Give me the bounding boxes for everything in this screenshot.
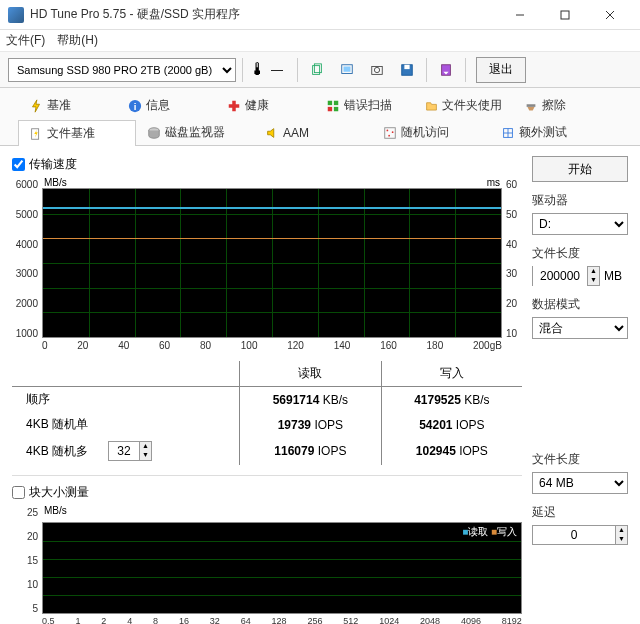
mode-select[interactable]: 混合: [532, 317, 628, 339]
speaker-icon: [265, 126, 279, 140]
tab-extra-tests[interactable]: 额外测试: [490, 119, 608, 145]
extra-icon: [501, 126, 515, 140]
tab-error-scan[interactable]: 错误扫描: [315, 92, 414, 118]
filelen2-label: 文件长度: [532, 451, 628, 468]
titlebar: HD Tune Pro 5.75 - 硬盘/SSD 实用程序: [0, 0, 640, 30]
svg-text:i: i: [134, 100, 137, 111]
svg-point-9: [374, 67, 379, 72]
svg-rect-24: [385, 127, 396, 138]
write-header: 写入: [381, 361, 522, 387]
menubar: 文件(F) 帮助(H): [0, 30, 640, 52]
svg-rect-17: [328, 100, 332, 104]
svg-point-27: [388, 134, 390, 136]
tab-health[interactable]: 健康: [216, 92, 315, 118]
temp-value: —: [271, 63, 291, 77]
close-button[interactable]: [587, 1, 632, 29]
minimize-button[interactable]: [497, 1, 542, 29]
transfer-speed-checkbox[interactable]: [12, 158, 25, 171]
read-trace: [43, 207, 501, 209]
thermometer-icon: 🌡: [249, 59, 267, 80]
chart2-yaxis: 252015105: [12, 505, 42, 624]
tab-random-access[interactable]: 随机访问: [372, 119, 490, 145]
screenshot-button[interactable]: [334, 57, 360, 83]
svg-point-26: [392, 131, 394, 133]
chart1-yaxis-left: 600050004000300020001000: [12, 177, 42, 353]
svg-rect-20: [334, 106, 338, 110]
filebench-icon: [29, 127, 43, 141]
transfer-speed-label: 传输速度: [29, 156, 77, 173]
threads-spinner[interactable]: ▲▼: [108, 441, 152, 461]
read-header: 读取: [240, 361, 382, 387]
filelen2-select[interactable]: 64 MB: [532, 472, 628, 494]
device-select[interactable]: Samsung SSD 980 PRO 2TB (2000 gB): [8, 58, 236, 82]
menu-help[interactable]: 帮助(H): [57, 32, 98, 49]
blocksize-label: 块大小测量: [29, 484, 89, 501]
spin-down[interactable]: ▼: [139, 451, 151, 460]
filelen-spinner[interactable]: ▲▼: [532, 266, 600, 286]
bolt-icon: [29, 99, 43, 113]
maximize-button[interactable]: [542, 1, 587, 29]
row-4kb-single: 4KB 随机单: [12, 412, 240, 437]
tab-disk-monitor[interactable]: 磁盘监视器: [136, 119, 254, 145]
mode-label: 数据模式: [532, 296, 628, 313]
copy-button[interactable]: [304, 57, 330, 83]
random-icon: [383, 126, 397, 140]
filelen-label: 文件长度: [532, 245, 628, 262]
toolbar: Samsung SSD 980 PRO 2TB (2000 gB) 🌡 — 退出: [0, 52, 640, 88]
chart2-legend: ■读取 ■写入: [462, 525, 517, 539]
plus-icon: [227, 99, 241, 113]
erase-icon: [524, 99, 538, 113]
chart1-xaxis: 020406080100120140160180200gB: [42, 338, 502, 353]
tab-bar: 基准 i信息 健康 错误扫描 文件夹使用 擦除 文件基准 磁盘监视器 AAM 随…: [0, 88, 640, 146]
app-icon: [8, 7, 24, 23]
camera-button[interactable]: [364, 57, 390, 83]
svg-point-25: [387, 129, 389, 131]
blocksize-checkbox-row: 块大小测量: [12, 484, 522, 501]
drive-select[interactable]: D:: [532, 213, 628, 235]
delay-spinner[interactable]: ▲▼: [532, 525, 628, 545]
save-button[interactable]: [394, 57, 420, 83]
tab-info[interactable]: i信息: [117, 92, 216, 118]
info-icon: i: [128, 99, 142, 113]
spin-up[interactable]: ▲: [139, 442, 151, 451]
svg-rect-7: [344, 66, 351, 71]
write-trace: [43, 238, 501, 239]
delay-label: 延迟: [532, 504, 628, 521]
svg-rect-16: [229, 104, 240, 108]
chart2-xaxis: 0.512481632641282565121024204840968192: [42, 614, 522, 624]
scan-icon: [326, 99, 340, 113]
svg-rect-1: [561, 11, 569, 19]
blocksize-chart: ■读取 ■写入: [42, 522, 522, 614]
disk-icon: [147, 126, 161, 140]
folder-icon: [425, 99, 438, 113]
svg-rect-21: [527, 104, 536, 107]
transfer-speed-checkbox-row: 传输速度: [12, 156, 522, 173]
svg-rect-19: [328, 106, 332, 110]
tab-aam[interactable]: AAM: [254, 119, 372, 145]
svg-rect-18: [334, 100, 338, 104]
row-sequential: 顺序: [12, 387, 240, 413]
tab-erase[interactable]: 擦除: [513, 92, 612, 118]
chart1-yaxis-right: 605040302010: [502, 177, 522, 353]
tab-benchmark[interactable]: 基准: [18, 92, 117, 118]
drive-label: 驱动器: [532, 192, 628, 209]
svg-rect-11: [404, 64, 409, 68]
options-button[interactable]: [433, 57, 459, 83]
start-button[interactable]: 开始: [532, 156, 628, 182]
transfer-chart: [42, 188, 502, 338]
exit-button[interactable]: 退出: [476, 57, 526, 83]
menu-file[interactable]: 文件(F): [6, 32, 45, 49]
tab-folder-usage[interactable]: 文件夹使用: [414, 92, 513, 118]
row-4kb-multi: 4KB 随机多: [26, 444, 88, 458]
window-title: HD Tune Pro 5.75 - 硬盘/SSD 实用程序: [30, 6, 497, 23]
results-table: 读取写入 顺序5691714 KB/s4179525 KB/s 4KB 随机单1…: [12, 361, 522, 465]
blocksize-checkbox[interactable]: [12, 486, 25, 499]
tab-file-benchmark[interactable]: 文件基准: [18, 120, 136, 146]
